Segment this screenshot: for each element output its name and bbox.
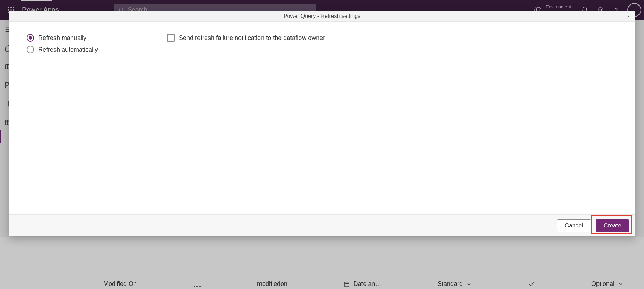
radio-icon-unselected: [27, 46, 34, 53]
checkbox-notify-label: Send refresh failure notification to the…: [179, 34, 325, 42]
cancel-button[interactable]: Cancel: [557, 219, 591, 232]
dialog-body: Refresh manually Refresh automatically S…: [9, 22, 635, 214]
close-icon: [626, 14, 632, 19]
refresh-settings-dialog: Power Query - Refresh settings Refresh m…: [9, 11, 635, 236]
radio-icon-selected: [27, 34, 34, 42]
checkbox-icon: [167, 34, 175, 42]
cancel-button-label: Cancel: [565, 222, 583, 229]
dialog-title: Power Query - Refresh settings: [284, 13, 360, 19]
dialog-titlebar: Power Query - Refresh settings: [9, 11, 635, 22]
dialog-right-panel: Send refresh failure notification to the…: [157, 22, 635, 214]
dialog-left-panel: Refresh manually Refresh automatically: [9, 22, 157, 214]
create-button-label: Create: [604, 222, 621, 229]
dialog-close-button[interactable]: [624, 12, 633, 21]
radio-refresh-manually[interactable]: Refresh manually: [27, 34, 139, 42]
radio-auto-label: Refresh automatically: [38, 46, 98, 53]
checkbox-notify-owner[interactable]: Send refresh failure notification to the…: [167, 34, 626, 42]
radio-manual-label: Refresh manually: [38, 34, 86, 42]
dialog-footer: Cancel Create: [9, 214, 635, 236]
create-button[interactable]: Create: [596, 219, 629, 232]
radio-refresh-automatically[interactable]: Refresh automatically: [27, 46, 139, 53]
